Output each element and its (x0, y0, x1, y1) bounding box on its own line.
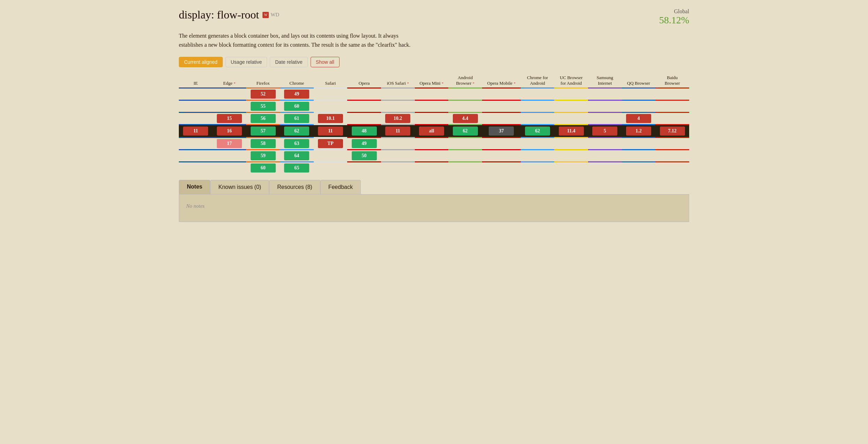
version-qq-12[interactable]: 1.2 (626, 127, 651, 136)
tab-resources[interactable]: Resources (8) (269, 180, 320, 194)
cell-chrome-current: 62 (280, 125, 314, 138)
cell-ie-r7 (179, 162, 213, 174)
version-chrome-49[interactable]: 49 (284, 90, 309, 99)
version-chrome-android-62[interactable]: 62 (525, 127, 550, 136)
current-version-row: 11 16 57 62 11 48 11 all 62 37 62 11.4 5… (179, 125, 689, 138)
version-android-44[interactable]: 4.4 (453, 114, 478, 123)
cell-baidu-r7 (655, 162, 689, 174)
cell-ios-safari-r6 (381, 150, 415, 162)
version-firefox-57[interactable]: 57 (251, 127, 276, 136)
version-firefox-60[interactable]: 60 (251, 163, 276, 173)
version-firefox-55[interactable]: 55 (251, 102, 276, 111)
cell-ios-safari-r1 (381, 88, 415, 100)
cell-chrome-android-r3 (521, 113, 555, 125)
version-chrome-60[interactable]: 60 (284, 102, 309, 111)
version-firefox-58[interactable]: 58 (251, 139, 276, 148)
cell-android-r1 (448, 88, 482, 100)
version-chrome-65[interactable]: 65 (284, 163, 309, 173)
cell-uc-r6 (554, 150, 588, 162)
version-firefox-59[interactable]: 59 (251, 151, 276, 160)
header-uc-browser: UC Browserfor Android (554, 73, 588, 88)
tab-feedback[interactable]: Feedback (320, 180, 361, 194)
version-firefox-52[interactable]: 52 (251, 90, 276, 99)
cell-opera-r1 (347, 88, 381, 100)
header-opera-mobile: Opera Mobile * (482, 73, 521, 88)
header-firefox: Firefox (246, 73, 280, 88)
version-ie-11[interactable]: 11 (183, 127, 208, 136)
version-ios-safari-102[interactable]: 10.2 (385, 114, 410, 123)
cell-chrome-android-r1 (521, 88, 555, 100)
cell-android-r2 (448, 100, 482, 113)
cell-qq-r7 (622, 162, 656, 174)
cell-opera-mini-r5 (415, 138, 449, 150)
version-chrome-61[interactable]: 61 (284, 114, 309, 123)
cell-qq-r6 (622, 150, 656, 162)
cell-android-r7 (448, 162, 482, 174)
version-chrome-64[interactable]: 64 (284, 151, 309, 160)
header-ie: IE (179, 73, 213, 88)
filter-current-aligned[interactable]: Current aligned (179, 57, 223, 67)
version-opera-mobile-37[interactable]: 37 (489, 127, 514, 136)
version-row-3: 15 56 61 10.1 10.2 4.4 4 (179, 113, 689, 125)
cell-edge-r5: 17 (213, 138, 246, 150)
cell-opera-r7 (347, 162, 381, 174)
header-samsung: SamsungInternet (588, 73, 622, 88)
version-safari-101[interactable]: 10.1 (318, 114, 343, 123)
version-edge-16[interactable]: 16 (217, 127, 242, 136)
cell-opera-r6: 50 (347, 150, 381, 162)
version-opera-49[interactable]: 49 (352, 139, 377, 148)
version-firefox-56[interactable]: 56 (251, 114, 276, 123)
cell-baidu-r2 (655, 100, 689, 113)
version-chrome-63[interactable]: 63 (284, 139, 309, 148)
cell-firefox-r6: 59 (246, 150, 280, 162)
filter-row: Current aligned Usage relative Date rela… (179, 57, 689, 67)
header-baidu: BaiduBrowser (655, 73, 689, 88)
version-row-7: 60 65 (179, 162, 689, 174)
version-opera-48[interactable]: 48 (352, 127, 377, 136)
filter-date-relative[interactable]: Date relative (270, 57, 308, 67)
filter-usage-relative[interactable]: Usage relative (226, 57, 267, 67)
version-edge-15[interactable]: 15 (217, 114, 242, 123)
version-opera-mini-all[interactable]: all (419, 127, 444, 136)
version-row-2: 55 60 (179, 100, 689, 113)
version-safari-11[interactable]: 11 (318, 127, 343, 136)
cell-safari-current: 11 (314, 125, 348, 138)
version-baidu-712[interactable]: 7.12 (660, 127, 685, 136)
page-container: display: flow-root W WD Global 58.12% Th… (169, 0, 699, 230)
cell-safari-r7 (314, 162, 348, 174)
cell-uc-current: 11.4 (554, 125, 588, 138)
cell-edge-r7 (213, 162, 246, 174)
wd-badge: W WD (262, 12, 279, 18)
cell-ie-r1 (179, 88, 213, 100)
header-safari: Safari (314, 73, 348, 88)
cell-chrome-r3: 61 (280, 113, 314, 125)
version-android-62[interactable]: 62 (453, 127, 478, 136)
header-row: display: flow-root W WD Global 58.12% (179, 8, 689, 26)
cell-firefox-current: 57 (246, 125, 280, 138)
cell-opera-mobile-r6 (482, 150, 521, 162)
filter-show-all[interactable]: Show all (311, 57, 340, 67)
tab-known-issues[interactable]: Known issues (0) (210, 180, 269, 194)
global-label: Global (659, 8, 689, 15)
version-ios-safari-11[interactable]: 11 (385, 127, 410, 136)
cell-edge-r1 (213, 88, 246, 100)
cell-edge-r3: 15 (213, 113, 246, 125)
cell-opera-current: 48 (347, 125, 381, 138)
cell-opera-mini-r2 (415, 100, 449, 113)
cell-firefox-r3: 56 (246, 113, 280, 125)
tab-notes[interactable]: Notes (179, 180, 210, 194)
version-opera-50[interactable]: 50 (352, 151, 377, 160)
cell-safari-r6 (314, 150, 348, 162)
version-uc-114[interactable]: 11.4 (559, 127, 584, 136)
version-samsung-5[interactable]: 5 (592, 127, 617, 136)
cell-opera-mobile-r2 (482, 100, 521, 113)
cell-chrome-r2: 60 (280, 100, 314, 113)
header-opera: Opera (347, 73, 381, 88)
version-edge-17[interactable]: 17 (217, 139, 242, 148)
version-qq-4[interactable]: 4 (626, 114, 651, 123)
wd-icon: W (262, 12, 269, 18)
cell-baidu-current: 7.12 (655, 125, 689, 138)
version-safari-tp[interactable]: TP (318, 139, 343, 148)
version-chrome-62[interactable]: 62 (284, 127, 309, 136)
cell-uc-r1 (554, 88, 588, 100)
